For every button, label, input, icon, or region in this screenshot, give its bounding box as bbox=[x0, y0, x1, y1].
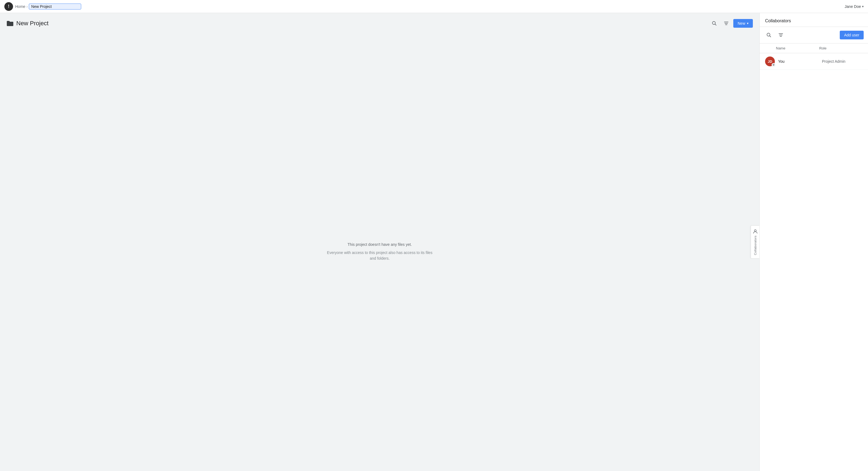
breadcrumb-home[interactable]: Home bbox=[15, 4, 25, 9]
collab-user-name: You bbox=[778, 59, 819, 64]
user-name: Jane Doe bbox=[845, 4, 861, 9]
content-actions: New ▾ bbox=[709, 19, 753, 28]
app-logo[interactable]: ! bbox=[4, 2, 13, 11]
collaborators-panel-header: Collaborators bbox=[760, 13, 868, 27]
collab-search-button[interactable] bbox=[764, 30, 774, 40]
svg-line-1 bbox=[715, 24, 716, 26]
breadcrumb-current-input[interactable] bbox=[29, 3, 81, 9]
main-layout: New Project bbox=[0, 13, 868, 471]
collab-header-name: Name bbox=[776, 46, 819, 50]
table-row: JD ⚙ You Project Admin bbox=[760, 53, 868, 70]
content-area: New Project bbox=[0, 13, 760, 471]
collab-filter-button[interactable] bbox=[776, 30, 786, 40]
collab-header-role: Role bbox=[819, 46, 863, 50]
filter-button[interactable] bbox=[721, 19, 731, 28]
breadcrumb: Home › bbox=[15, 3, 81, 9]
new-button[interactable]: New ▾ bbox=[733, 19, 753, 28]
avatar-badge: ⚙ bbox=[772, 63, 775, 67]
add-user-button[interactable]: Add user bbox=[840, 31, 864, 39]
collab-user-role: Project Admin bbox=[822, 59, 863, 64]
collaborators-tab-label: Collaborators bbox=[754, 236, 757, 255]
page-title: New Project bbox=[16, 20, 49, 27]
new-button-chevron-icon: ▾ bbox=[747, 22, 748, 25]
content-title-area: New Project bbox=[6, 20, 709, 27]
svg-point-5 bbox=[754, 230, 756, 232]
avatar-initials: JD bbox=[768, 60, 772, 64]
collab-filter-icon bbox=[778, 33, 783, 37]
collaborators-panel: Collaborators Add user Name R bbox=[760, 13, 868, 471]
avatar: JD ⚙ bbox=[765, 57, 775, 66]
collab-rows-container: JD ⚙ You Project Admin bbox=[760, 53, 868, 70]
collaborators-panel-title: Collaborators bbox=[765, 19, 791, 23]
search-icon bbox=[712, 21, 717, 26]
user-menu[interactable]: Jane Doe ▾ bbox=[845, 4, 864, 9]
new-button-label: New bbox=[738, 21, 745, 26]
collab-table-header: Name Role bbox=[760, 43, 868, 53]
top-nav: ! Home › Jane Doe ▾ bbox=[0, 0, 868, 13]
collaborators-tab[interactable]: Collaborators bbox=[751, 225, 760, 259]
folder-icon bbox=[6, 20, 13, 26]
empty-state: This project doesn't have any files yet.… bbox=[0, 33, 760, 471]
collaborators-tab-icon bbox=[753, 229, 758, 234]
collab-search-icon bbox=[767, 33, 771, 37]
empty-primary-text: This project doesn't have any files yet. bbox=[348, 242, 412, 247]
empty-secondary-text: Everyone with access to this project als… bbox=[326, 250, 434, 261]
collaborators-panel-toolbar: Add user bbox=[760, 27, 868, 43]
user-chevron-icon: ▾ bbox=[862, 5, 864, 8]
svg-line-7 bbox=[770, 36, 771, 37]
search-button[interactable] bbox=[709, 19, 719, 28]
filter-icon bbox=[724, 21, 729, 26]
breadcrumb-separator: › bbox=[26, 4, 28, 9]
content-header: New Project bbox=[0, 13, 760, 33]
